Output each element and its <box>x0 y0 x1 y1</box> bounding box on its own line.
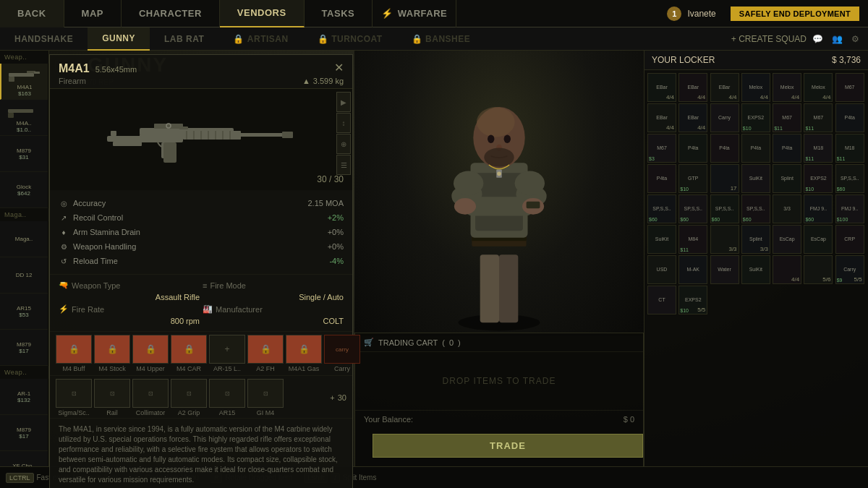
create-squad-button[interactable]: + CREATE SQUAD <box>731 34 807 44</box>
sub-nav-turncoat[interactable]: 🔒 TURNCOAT <box>303 27 397 51</box>
nav-vendors[interactable]: VENDORS <box>220 0 305 27</box>
locker-item-31[interactable]: $60SP,S,S.. <box>741 194 770 223</box>
locker-item-41[interactable]: CRP <box>835 225 864 254</box>
locker-item-24[interactable]: SuiKit <box>741 164 770 193</box>
locker-item-4[interactable]: 4/4Melox <box>773 73 801 102</box>
locker-item-29[interactable]: $60SP,S,S.. <box>678 194 707 223</box>
locker-item-18[interactable]: P4ta <box>773 134 801 163</box>
locker-item-45[interactable]: SuiKit <box>741 255 770 284</box>
locker-item-30[interactable]: $60SP,S,S.. <box>710 194 739 223</box>
locker-item-26[interactable]: $10EXPS2 <box>804 164 833 193</box>
locker-item-19[interactable]: $11M18 <box>804 134 833 163</box>
side-tab-1[interactable]: ↕ <box>336 113 351 133</box>
side-tab-2[interactable]: ⊕ <box>336 134 351 154</box>
vendor-item-2[interactable]: M879 $31 <box>0 136 48 172</box>
sub-nav-gunny[interactable]: GUNNY <box>88 27 150 51</box>
locker-item-12[interactable]: $11M67 <box>804 103 833 132</box>
trade-button[interactable]: TRADE <box>373 434 643 458</box>
settings-icon[interactable]: ⚙ <box>851 34 859 44</box>
locker-item-37[interactable]: 3/3 <box>710 225 739 254</box>
vendor-item-0[interactable]: M4A1 $163 <box>0 64 48 100</box>
locker-item-2[interactable]: 4/4EBar <box>710 73 739 102</box>
locker-item-49[interactable]: CT <box>647 286 676 314</box>
locker-item-43[interactable]: M-AK <box>678 255 707 284</box>
attach-slot-1[interactable]: 🔒 M4 Stock <box>94 335 130 372</box>
locker-item-38[interactable]: 3/3Splint <box>741 225 770 254</box>
vendor-item-9[interactable]: M879 $17 <box>0 415 48 451</box>
attach-slot-3[interactable]: 🔒 M4 CAR <box>171 335 207 372</box>
attachments-row2: ⊡ Sigma/Sc.. ⊡ Rail ⊡ Collimator ⊡ A2 Gr… <box>50 376 352 419</box>
nav-map[interactable]: MAP <box>64 0 122 27</box>
sub-nav-artisan[interactable]: 🔒 ARTISAN <box>218 27 302 51</box>
locker-item-1[interactable]: 4/4EBar <box>678 73 707 102</box>
locker-item-39[interactable]: EsCap <box>773 225 801 254</box>
locker-item-8[interactable]: 4/4EBar <box>678 103 707 132</box>
attach2-slot-4[interactable]: ⊡ AR15 <box>209 379 245 416</box>
locker-item-46[interactable]: 4/4 <box>773 255 801 284</box>
locker-item-23[interactable]: 17 <box>710 164 739 193</box>
locker-item-32[interactable]: 3/3 <box>773 194 801 223</box>
vendor-item-10[interactable]: XF Cho.. $6.26 <box>0 451 48 466</box>
locker-item-10[interactable]: $10EXPS2 <box>741 103 770 132</box>
attach-slot-2[interactable]: 🔒 M4 Upper <box>132 335 169 372</box>
locker-item-22[interactable]: $10GTP <box>678 164 707 193</box>
locker-item-20[interactable]: $11M18 <box>835 134 864 163</box>
locker-item-48[interactable]: 5/5$9Carry <box>835 255 864 284</box>
locker-item-47[interactable]: 5/6 <box>804 255 833 284</box>
nav-tasks[interactable]: TASKS <box>305 0 373 27</box>
locker-item-34[interactable]: $100FMJ 9.. <box>835 194 864 223</box>
locker-item-21[interactable]: P4ta <box>647 164 676 193</box>
attach-slot-6[interactable]: 🔒 M4A1 Gas <box>286 335 322 372</box>
locker-item-17[interactable]: P4ta <box>741 134 770 163</box>
side-tab-0[interactable]: ▶ <box>336 92 351 112</box>
sub-nav-handshake[interactable]: HANDSHAKE <box>0 27 88 51</box>
locker-item-36[interactable]: $11M84 <box>678 225 707 254</box>
locker-item-33[interactable]: $60FMJ 9.. <box>804 194 833 223</box>
attach2-slot-3[interactable]: ⊡ A2 Grip <box>171 379 207 416</box>
sub-nav-labrat[interactable]: LAB RAT <box>150 27 218 51</box>
locker-item-9[interactable]: Carry <box>710 103 739 132</box>
locker-item-6[interactable]: M67 <box>835 73 864 102</box>
locker-item-14[interactable]: $3M67 <box>647 134 676 163</box>
sub-nav-banshee[interactable]: 🔒 BANSHEE <box>397 27 485 51</box>
end-deployment-button[interactable]: SAFELY END DEPLOYMENT <box>731 7 859 21</box>
locker-item-40[interactable]: EsCap <box>804 225 833 254</box>
attach-slot-4[interactable]: + AR-15 L.. <box>209 335 245 372</box>
attach2-slot-5[interactable]: ⊡ GI M4 <box>247 379 284 416</box>
nav-back[interactable]: BACK <box>0 0 64 27</box>
locker-item-3[interactable]: 4/4Melox <box>741 73 770 102</box>
vendor-item-3[interactable]: Glock $642 <box>0 172 48 208</box>
vendor-item-8[interactable]: AR-1 $132 <box>0 379 48 415</box>
locker-item-42[interactable]: USD <box>647 255 676 284</box>
locker-item-5[interactable]: 4/4Melox <box>804 73 833 102</box>
vendor-item-4[interactable]: Maga.. <box>0 221 48 257</box>
locker-item-35[interactable]: SuiKit <box>647 225 676 254</box>
attach2-slot-2[interactable]: ⊡ Collimator <box>132 379 169 416</box>
attach2-slot-0[interactable]: ⊡ Sigma/Sc.. <box>56 379 92 416</box>
vendor-item-1[interactable]: M4A.. $1.0.. <box>0 100 48 136</box>
nav-warfare[interactable]: ⚡ WARFARE <box>373 0 456 27</box>
attach2-slot-1[interactable]: ⊡ Rail <box>94 379 130 416</box>
locker-item-15[interactable]: P4ta <box>678 134 707 163</box>
nav-character[interactable]: CHARACTER <box>122 0 220 27</box>
attach-slot-5[interactable]: 🔒 A2 FH <box>247 335 284 372</box>
locker-item-16[interactable]: P4ta <box>710 134 739 163</box>
chat-icon[interactable]: 💬 <box>812 34 823 44</box>
locker-item-0[interactable]: 4/4EBar <box>647 73 676 102</box>
group-icon[interactable]: 👥 <box>832 34 843 44</box>
locker-item-28[interactable]: $60SP,S,S.. <box>647 194 676 223</box>
locker-item-25[interactable]: Splint <box>773 164 801 193</box>
locker-item-11[interactable]: $11M67 <box>773 103 801 132</box>
locker-item-13[interactable]: P4ta <box>835 103 864 132</box>
locker-item-27[interactable]: $60SP,S,S.. <box>835 164 864 193</box>
locker-item-44[interactable]: Water <box>710 255 739 284</box>
attach-slot-carry[interactable]: carry Carry <box>324 335 360 372</box>
locker-item-50[interactable]: 5/5$10EXPS2 <box>678 286 707 314</box>
side-tab-3[interactable]: ☰ <box>336 155 351 175</box>
vendor-item-6[interactable]: AR15 $53 <box>0 294 48 330</box>
attach-slot-0[interactable]: 🔒 M4 Buff <box>56 335 92 372</box>
locker-item-7[interactable]: 4/4EBar <box>647 103 676 132</box>
vendor-item-5[interactable]: DD 12 <box>0 257 48 294</box>
vendor-item-7[interactable]: M879 $17 <box>0 330 48 366</box>
close-card-button[interactable]: ✕ <box>334 62 344 74</box>
